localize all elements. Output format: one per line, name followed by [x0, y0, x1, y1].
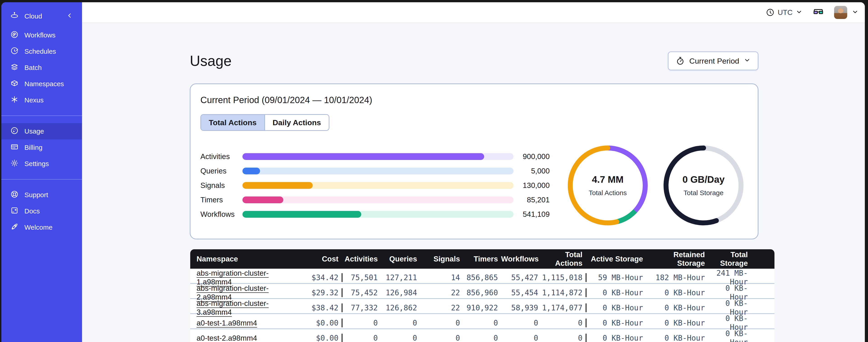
- sidebar-collapse-button[interactable]: [66, 12, 73, 21]
- current-period-card: Current Period (09/01/2024 — 10/01/2024)…: [190, 83, 758, 239]
- sidebar-item-label: Welcome: [24, 224, 53, 231]
- cell-signals: 22: [420, 303, 463, 312]
- cell-signals: 0: [420, 334, 463, 342]
- cell-total-actions: 1,114,872: [541, 288, 586, 297]
- sidebar-item-billing[interactable]: Billing: [1, 139, 82, 156]
- sidebar: Cloud Workflows Schedules: [1, 2, 82, 342]
- cell-retained-storage: 0 KB-Hour: [646, 288, 708, 297]
- sidebar-divider: [1, 179, 82, 179]
- sidebar-item-nexus[interactable]: Nexus: [1, 92, 82, 108]
- account-menu[interactable]: [834, 6, 859, 19]
- col-header-signals: Signals: [420, 255, 463, 263]
- sidebar-item-workflows[interactable]: Workflows: [1, 27, 82, 43]
- cell-activities: 77,332: [342, 303, 381, 312]
- bar-label: Signals: [200, 181, 242, 190]
- bar-fill: [242, 211, 361, 218]
- namespace-link[interactable]: abs-migration-cluster-1.a98mm4: [196, 269, 269, 286]
- col-header-workflows: Workflows: [501, 255, 541, 263]
- cell-signals: 0: [420, 318, 463, 327]
- schedules-icon: [10, 47, 19, 57]
- sidebar-brand-cloud[interactable]: Cloud: [1, 8, 82, 24]
- bar-row-queries: Queries 5,000: [200, 168, 550, 174]
- namespace-link[interactable]: a0-test-2.a98mm4: [196, 334, 257, 342]
- cell-queries: 0: [381, 334, 420, 342]
- timezone-picker[interactable]: UTC: [766, 8, 803, 17]
- sidebar-item-namespaces[interactable]: Namespaces: [1, 76, 82, 92]
- bar-value: 5,000: [514, 167, 550, 175]
- sidebar-item-label: Support: [24, 191, 48, 199]
- sidebar-item-usage[interactable]: Usage: [1, 123, 82, 139]
- bar-track: [242, 211, 514, 218]
- bar-track: [242, 153, 514, 160]
- cell-cost: $0.00: [285, 334, 342, 342]
- sidebar-item-settings[interactable]: Settings: [1, 156, 82, 172]
- page-title: Usage: [190, 53, 231, 69]
- cell-active-storage: 0 KB-Hour: [586, 334, 646, 342]
- docs-icon: [10, 206, 19, 216]
- sidebar-brand-label: Cloud: [24, 12, 42, 20]
- cell-timers: 0: [463, 318, 501, 327]
- sidebar-item-support[interactable]: Support: [1, 187, 82, 203]
- stopwatch-icon: [676, 57, 685, 65]
- temporal-logo-icon: [10, 11, 19, 21]
- cell-cost: $0.00: [285, 318, 342, 327]
- batch-icon: [10, 63, 19, 73]
- bar-track: [242, 168, 514, 174]
- col-header-timers: Timers: [463, 255, 501, 263]
- bar-value: 900,000: [514, 152, 550, 161]
- cell-timers: 0: [463, 334, 501, 342]
- col-header-total-storage: Total Storage: [708, 250, 774, 268]
- cell-total-storage: 0 KB-Hour: [708, 329, 774, 342]
- chevron-left-icon: [66, 12, 73, 19]
- sidebar-item-docs[interactable]: Docs: [1, 203, 82, 219]
- sidebar-item-label: Batch: [24, 64, 42, 71]
- actions-bar-chart: Activities 900,000 Queries 5,000: [200, 153, 550, 218]
- card-title: Current Period (09/01/2024 — 10/01/2024): [200, 95, 748, 105]
- cell-workflows: 55,427: [501, 273, 541, 282]
- col-header-retained-storage: Retained Storage: [646, 250, 708, 268]
- col-header-active-storage: Active Storage: [586, 255, 646, 263]
- cell-active-storage: 0 KB-Hour: [586, 303, 646, 312]
- table-row: abs-migration-cluster-3.a98mm4 $38.42 77…: [190, 298, 774, 313]
- usage-icon: [10, 127, 19, 136]
- cell-timers: 856,865: [463, 273, 501, 282]
- cell-total-actions: 0: [541, 334, 586, 342]
- tab-total-actions[interactable]: Total Actions: [201, 115, 264, 130]
- sidebar-divider: [1, 115, 82, 116]
- cell-queries: 0: [381, 318, 420, 327]
- namespace-link[interactable]: abs-migration-cluster-3.a98mm4: [196, 299, 269, 316]
- bar-track: [242, 197, 514, 203]
- avatar[interactable]: [834, 6, 847, 19]
- nexus-icon: [10, 95, 19, 105]
- table-row: a0-test-2.a98mm4 $0.00 0 0 0 0 0 0 0 KB-…: [190, 329, 774, 342]
- nerd-glasses-icon[interactable]: [812, 6, 824, 19]
- tab-daily-actions[interactable]: Daily Actions: [264, 115, 329, 130]
- sidebar-item-label: Nexus: [24, 96, 43, 104]
- cell-retained-storage: 0 KB-Hour: [646, 318, 708, 327]
- cell-workflows: 55,454: [501, 288, 541, 297]
- sidebar-item-schedules[interactable]: Schedules: [1, 43, 82, 60]
- cell-queries: 126,984: [381, 288, 420, 297]
- period-dropdown-button[interactable]: Current Period: [668, 52, 758, 70]
- sidebar-item-batch[interactable]: Batch: [1, 60, 82, 76]
- bar-fill: [242, 197, 283, 203]
- cell-retained-storage: 0 KB-Hour: [646, 303, 708, 312]
- app-window: Cloud Workflows Schedules: [1, 2, 865, 342]
- actions-view-toggle: Total Actions Daily Actions: [200, 114, 330, 131]
- bar-row-workflows: Workflows 541,109: [200, 211, 550, 218]
- total-storage-donut: 0 GB/Day Total Storage: [663, 145, 744, 226]
- total-actions-value: 4.7 MM: [592, 174, 624, 185]
- bar-fill: [242, 182, 313, 189]
- clock-icon: [766, 8, 774, 17]
- cell-active-storage: 0 KB-Hour: [586, 288, 646, 297]
- sidebar-item-welcome[interactable]: Welcome: [1, 219, 82, 236]
- bar-value: 541,109: [514, 210, 550, 218]
- cell-total-actions: 0: [541, 318, 586, 327]
- settings-icon: [10, 159, 19, 169]
- namespace-link[interactable]: abs-migration-cluster-2.a98mm4: [196, 284, 269, 301]
- namespace-link[interactable]: a0-test-1.a98mm4: [196, 319, 257, 327]
- col-header-namespace: Namespace: [190, 255, 285, 263]
- workflows-icon: [10, 30, 19, 40]
- total-storage-label: Total Storage: [684, 189, 724, 197]
- namespaces-icon: [10, 79, 19, 89]
